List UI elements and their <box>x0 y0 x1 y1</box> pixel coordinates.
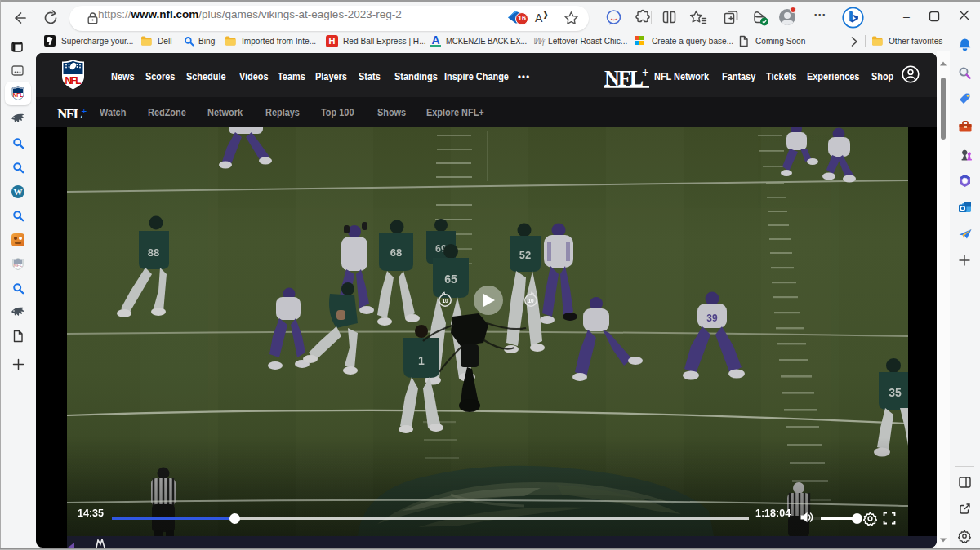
svg-text:68: 68 <box>390 246 402 259</box>
svg-text:65: 65 <box>444 273 457 286</box>
svg-text:88: 88 <box>148 246 159 259</box>
svg-text:35: 35 <box>889 386 902 399</box>
svg-text:52: 52 <box>519 249 531 261</box>
svg-text:1: 1 <box>418 354 425 367</box>
svg-text:10: 10 <box>528 298 534 304</box>
svg-text:39: 39 <box>706 313 718 324</box>
svg-text:NFL: NFL <box>13 92 24 98</box>
svg-text:NFL: NFL <box>13 263 23 268</box>
svg-text:10: 10 <box>442 298 448 304</box>
svg-text:NFL: NFL <box>65 75 82 86</box>
